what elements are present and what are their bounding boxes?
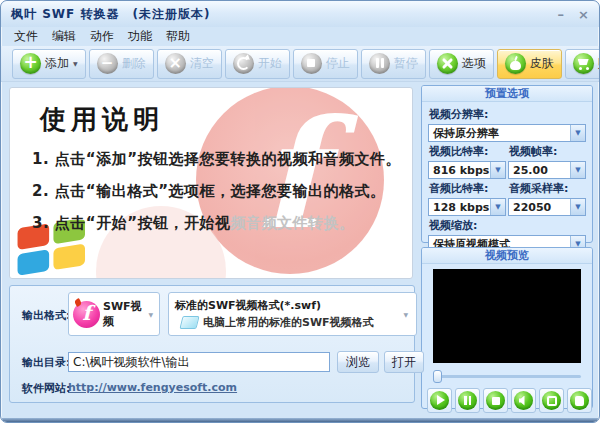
preview-stop-button[interactable]: [483, 388, 508, 413]
menu-item-file[interactable]: 文件: [14, 28, 38, 45]
menu-item-action[interactable]: 动作: [90, 28, 114, 45]
preview-open-file-button[interactable]: [567, 388, 592, 413]
chevron-down-icon: ▼: [570, 162, 585, 178]
framerate-select[interactable]: 25.00 ▼: [508, 161, 586, 179]
delete-button-label: 删除: [122, 55, 146, 72]
framerate-label: 视频帧率:: [509, 144, 586, 159]
chevron-down-icon: ▼: [490, 162, 505, 178]
speaker-icon: [514, 391, 533, 410]
skin-button-label: 皮肤: [530, 55, 554, 72]
window-title: 枫叶 SWF 转换器 (未注册版本): [11, 6, 210, 23]
resolution-select[interactable]: 保持原分辨率 ▼: [428, 124, 586, 142]
clear-x-icon: [165, 53, 186, 74]
computer-icon: [179, 316, 199, 329]
format-description: 电脑上常用的标准的SWF视频格式: [203, 315, 374, 330]
tools-icon: [437, 53, 458, 74]
chevron-down-icon: ▼: [490, 199, 505, 215]
video-scale-label: 视频缩放:: [429, 218, 586, 233]
resolution-label: 视频分辨率:: [429, 107, 586, 122]
swf-logo-icon: [73, 301, 100, 328]
output-format-label: 输出格式:: [22, 308, 70, 323]
cart-icon: [573, 53, 594, 74]
file-icon: [570, 391, 589, 410]
preview-volume-button[interactable]: [511, 388, 536, 413]
restart-icon: [233, 53, 254, 74]
menu-bar: 文件 编辑 动作 功能 帮助: [1, 27, 599, 46]
preview-snapshot-button[interactable]: [539, 388, 564, 413]
seek-slider-thumb[interactable]: [433, 370, 442, 383]
video-preview-screen: [433, 269, 581, 363]
output-format-short-select[interactable]: SWF视频 ▼: [68, 292, 160, 336]
instruction-step-3: 3. 点击“开始”按钮，开始视频音频文件转换。: [32, 214, 412, 233]
chevron-down-icon: ▼: [570, 125, 585, 141]
skin-button[interactable]: 皮肤: [497, 49, 562, 79]
options-button[interactable]: 选项: [429, 49, 494, 79]
minus-icon: [97, 53, 118, 74]
pause-button: 暂停: [361, 49, 426, 79]
app-window: 枫叶 SWF 转换器 (未注册版本) – × 文件 编辑 动作 功能 帮助 添加…: [0, 0, 600, 423]
preset-options-title: 预置选项: [422, 86, 592, 102]
pause-icon: [458, 391, 477, 410]
output-settings-group: 输出格式: SWF视频 ▼ 标准的SWF视频格式(*.swf) 电脑上常用的标准…: [9, 285, 415, 403]
clear-button-label: 清空: [190, 55, 214, 72]
video-bitrate-label: 视频比特率:: [429, 144, 506, 159]
chevron-down-icon: ▼: [148, 311, 155, 318]
plus-icon: [20, 53, 41, 74]
output-dir-label: 输出目录:: [22, 355, 70, 370]
website-label: 软件网站:: [22, 381, 70, 396]
browse-button[interactable]: 浏览: [337, 351, 379, 373]
record-icon: [542, 391, 561, 410]
add-button[interactable]: 添加 ▼: [12, 49, 86, 79]
apple-icon: [505, 53, 526, 74]
toolbar: 添加 ▼ 删除 清空 开始 停止 暂停 选项 皮肤: [1, 46, 599, 82]
play-icon: [430, 391, 449, 410]
preview-play-button[interactable]: [427, 388, 452, 413]
buy-button[interactable]: 购买: [565, 49, 600, 79]
preview-pause-button[interactable]: [455, 388, 480, 413]
stop-icon: [301, 53, 322, 74]
stop-button-label: 停止: [326, 55, 350, 72]
audio-bitrate-label: 音频比特率:: [429, 181, 506, 196]
website-link[interactable]: http://www.fengyesoft.com: [68, 381, 237, 394]
open-button[interactable]: 打开: [384, 351, 424, 373]
output-dir-input[interactable]: [68, 352, 330, 372]
stop-icon: [486, 391, 505, 410]
audio-bitrate-select[interactable]: 128 kbps ▼: [428, 198, 506, 216]
minimize-icon[interactable]: –: [558, 8, 565, 21]
window-bottom-edge: [1, 418, 599, 422]
chevron-down-icon: ▼: [570, 199, 585, 215]
add-button-label: 添加: [45, 55, 69, 72]
video-bitrate-select[interactable]: 816 kbps ▼: [428, 161, 506, 179]
output-format-detail-select[interactable]: 标准的SWF视频格式(*.swf) 电脑上常用的标准的SWF视频格式 ▼: [168, 292, 417, 336]
instruction-step-2: 2. 点击“输出格式”选项框，选择您要输出的格式。: [32, 182, 412, 201]
menu-item-edit[interactable]: 编辑: [52, 28, 76, 45]
instruction-step-1: 1. 点击“添加”按钮选择您要转换的视频和音频文件。: [32, 150, 412, 169]
seek-slider[interactable]: [433, 370, 581, 383]
format-title: 标准的SWF视频格式(*.swf): [175, 298, 410, 313]
start-button: 开始: [225, 49, 290, 79]
seek-slider-track: [433, 375, 581, 378]
preset-options-group: 预置选项 视频分辨率: 保持原分辨率 ▼ 视频比特率: 816 kbps ▼ 视…: [421, 85, 593, 243]
pause-button-label: 暂停: [394, 55, 418, 72]
pause-icon: [369, 53, 390, 74]
samplerate-select[interactable]: 22050 ▼: [508, 198, 586, 216]
clear-button: 清空: [157, 49, 222, 79]
start-button-label: 开始: [258, 55, 282, 72]
options-button-label: 选项: [462, 55, 486, 72]
title-bar: 枫叶 SWF 转换器 (未注册版本) – ×: [1, 1, 599, 27]
player-controls: [422, 383, 592, 413]
instructions-panel: f 使用说明 1. 点击“添加”按钮选择您要转换的视频和音频文件。 2. 点击“…: [9, 87, 413, 279]
chevron-down-icon: ▼: [73, 60, 78, 67]
delete-button: 删除: [89, 49, 154, 79]
stop-button: 停止: [293, 49, 358, 79]
video-preview-title: 视频预览: [422, 248, 592, 264]
chevron-down-icon: ▼: [403, 311, 410, 318]
video-preview-group: 视频预览: [421, 247, 593, 409]
instructions-heading: 使用说明: [40, 102, 412, 137]
menu-item-function[interactable]: 功能: [128, 28, 152, 45]
menu-item-help[interactable]: 帮助: [166, 28, 190, 45]
close-icon[interactable]: ×: [578, 8, 589, 21]
samplerate-label: 音频采样率:: [509, 181, 586, 196]
